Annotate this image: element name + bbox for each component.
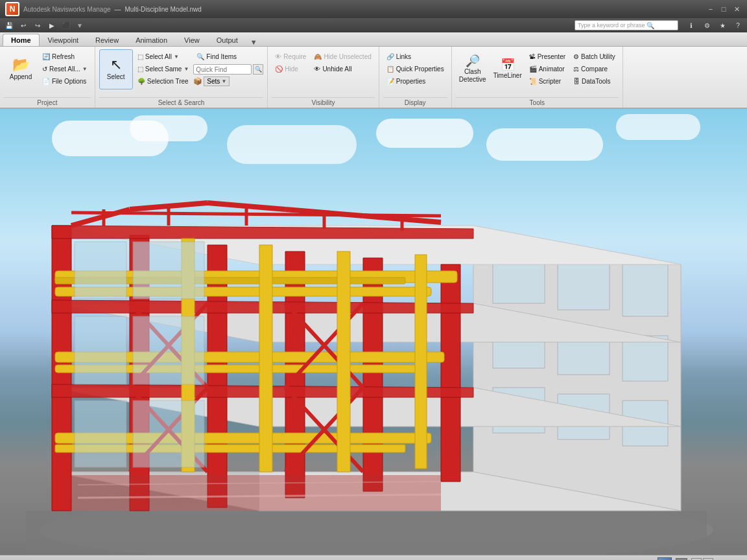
- qat-play-button[interactable]: ▶: [45, 19, 58, 31]
- quick-find-input[interactable]: [193, 64, 252, 75]
- batch-utility-button[interactable]: ⚙ Batch Utility: [570, 51, 619, 62]
- select-all-label: Select All: [145, 53, 172, 60]
- links-icon: 🔗: [386, 53, 394, 60]
- nav-cube-icon[interactable]: [658, 557, 672, 561]
- svg-rect-4: [558, 258, 610, 310]
- svg-rect-55: [415, 255, 427, 469]
- presenter-button[interactable]: 📽 Presenter: [526, 51, 569, 62]
- select-all-button[interactable]: ⬚ Select All ▼: [134, 51, 193, 62]
- qat-stop-button[interactable]: ⬛: [60, 19, 73, 31]
- tab-output[interactable]: Output: [208, 34, 246, 46]
- file-options-label: File Options: [52, 78, 86, 85]
- select-search-label: Select & Search: [99, 97, 264, 108]
- properties-label: Properties: [396, 78, 426, 85]
- select-all-icon: ⬚: [137, 53, 143, 60]
- file-options-button[interactable]: 📄 File Options: [39, 75, 91, 87]
- svg-rect-53: [259, 245, 272, 472]
- datatools-button[interactable]: 🗄 DataTools: [570, 75, 619, 87]
- timeliner-button[interactable]: 📅 TimeLiner: [491, 49, 525, 89]
- search-placeholder: Type a keyword or phrase: [578, 22, 645, 29]
- reset-all-button[interactable]: ↺ Reset All... ▼: [39, 63, 91, 75]
- links-button[interactable]: 🔗 Links: [383, 51, 447, 62]
- tab-animation[interactable]: Animation: [127, 34, 176, 46]
- sets-icon: 📦: [193, 77, 202, 86]
- ribbon-tabs: Home Viewpoint Review Animation View Out…: [0, 32, 747, 47]
- keyword-search-box: Type a keyword or phrase 🔍: [575, 20, 678, 30]
- ribbon-group-visibility: 👁 Require 🚫 Hide 🙈 Hide Unselected 👁 Unh…: [268, 47, 379, 108]
- zoom-out-button[interactable]: −: [691, 558, 702, 561]
- ribbon: 📂 Append 🔄 Refresh ↺ Reset All... ▼ 📄 Fi…: [0, 47, 747, 109]
- scripter-button[interactable]: 📜 Scripter: [526, 75, 569, 87]
- select-search-small1: ⬚ Select All ▼ ⬚ Select Same ▼ 🌳 Selecti…: [134, 49, 193, 87]
- tab-home[interactable]: Home: [3, 34, 40, 46]
- svg-rect-58: [75, 316, 126, 384]
- unhide-all-icon: 👁: [314, 65, 320, 73]
- unhide-all-button[interactable]: 👁 Unhide All: [311, 63, 374, 75]
- minimize-button[interactable]: −: [706, 4, 716, 14]
- hide-icon: 🚫: [275, 65, 283, 73]
- tools-label: Tools: [456, 97, 619, 108]
- qat-redo-button[interactable]: ↪: [31, 19, 44, 31]
- help-button[interactable]: ?: [731, 19, 744, 31]
- refresh-icon: 🔄: [42, 53, 50, 60]
- clash-detective-icon: 🔎: [466, 55, 480, 67]
- compare-button[interactable]: ⚖ Compare: [570, 63, 619, 75]
- close-button[interactable]: ✕: [731, 4, 742, 14]
- title-app: Autodesk Navisworks Manage: [23, 6, 111, 13]
- title-filename: Multi-Discipline Model.nwd: [125, 6, 202, 13]
- quick-properties-label: Quick Properties: [396, 65, 444, 73]
- clash-detective-label: ClashDetective: [459, 68, 486, 84]
- select-same-button[interactable]: ⬚ Select Same ▼: [134, 63, 193, 75]
- star-button[interactable]: ★: [716, 19, 729, 31]
- animator-button[interactable]: 🎬 Animator: [526, 63, 569, 75]
- selection-tree-icon: 🌳: [137, 78, 145, 85]
- settings-button[interactable]: ⚙: [700, 19, 713, 31]
- svg-rect-5: [622, 264, 668, 316]
- properties-button[interactable]: 📝 Properties: [383, 75, 447, 87]
- unhide-all-label: Unhide All: [322, 65, 351, 73]
- presenter-label: Presenter: [538, 53, 565, 60]
- tools-content: 🔎 ClashDetective 📅 TimeLiner 📽 Presenter…: [456, 49, 619, 96]
- refresh-button[interactable]: 🔄 Refresh: [39, 51, 91, 62]
- clash-detective-button[interactable]: 🔎 ClashDetective: [456, 49, 490, 89]
- append-button[interactable]: 📂 Append: [4, 49, 38, 89]
- quick-find-search-button[interactable]: 🔍: [253, 64, 263, 75]
- select-button[interactable]: ↖ Select: [99, 49, 133, 89]
- reset-label: Reset All...: [49, 65, 80, 73]
- info-button[interactable]: ℹ: [685, 19, 698, 31]
- svg-line-31: [71, 213, 441, 216]
- tab-view[interactable]: View: [176, 34, 208, 46]
- qat-save-button[interactable]: 💾: [3, 19, 16, 31]
- maximize-button[interactable]: □: [718, 4, 729, 14]
- display-col: 🔗 Links 📋 Quick Properties 📝 Properties: [383, 49, 447, 87]
- building-model: [0, 109, 747, 555]
- quick-find-row: 🔍: [193, 64, 263, 75]
- tab-review[interactable]: Review: [87, 34, 127, 46]
- viewport[interactable]: [0, 109, 747, 555]
- svg-rect-59: [133, 316, 204, 384]
- timeliner-icon: 📅: [501, 59, 515, 71]
- quick-properties-button[interactable]: 📋 Quick Properties: [383, 63, 447, 75]
- sets-label: Sets: [207, 78, 220, 85]
- svg-marker-64: [71, 475, 441, 511]
- zoom-in-button[interactable]: +: [703, 558, 713, 561]
- selection-tree-label: Selection Tree: [147, 78, 189, 85]
- batch-utility-label: Batch Utility: [581, 53, 615, 60]
- tools-small-col1: 📽 Presenter 🎬 Animator 📜 Scripter: [526, 49, 569, 87]
- visibility-col1: 👁 Require 🚫 Hide: [272, 49, 309, 75]
- tab-viewpoint[interactable]: Viewpoint: [40, 34, 88, 46]
- output-dropdown[interactable]: ▼: [246, 38, 257, 46]
- status-home-icon[interactable]: [676, 558, 687, 561]
- find-items-button[interactable]: 🔍 Find Items: [193, 51, 263, 62]
- sets-dropdown-button[interactable]: Sets ▼: [204, 76, 230, 86]
- select-all-dd: ▼: [174, 54, 179, 60]
- qat-dropdown-arrow: ▼: [77, 22, 83, 29]
- svg-rect-56: [75, 242, 126, 299]
- svg-rect-1: [26, 511, 707, 555]
- selection-tree-button[interactable]: 🌳 Selection Tree: [134, 75, 193, 87]
- visibility-col2: 🙈 Hide Unselected 👁 Unhide All: [311, 49, 374, 75]
- timeliner-label: TimeLiner: [493, 72, 522, 80]
- hide-button: 🚫 Hide: [272, 63, 309, 75]
- hide-unselected-label: Hide Unselected: [324, 53, 371, 60]
- qat-undo-button[interactable]: ↩: [17, 19, 30, 31]
